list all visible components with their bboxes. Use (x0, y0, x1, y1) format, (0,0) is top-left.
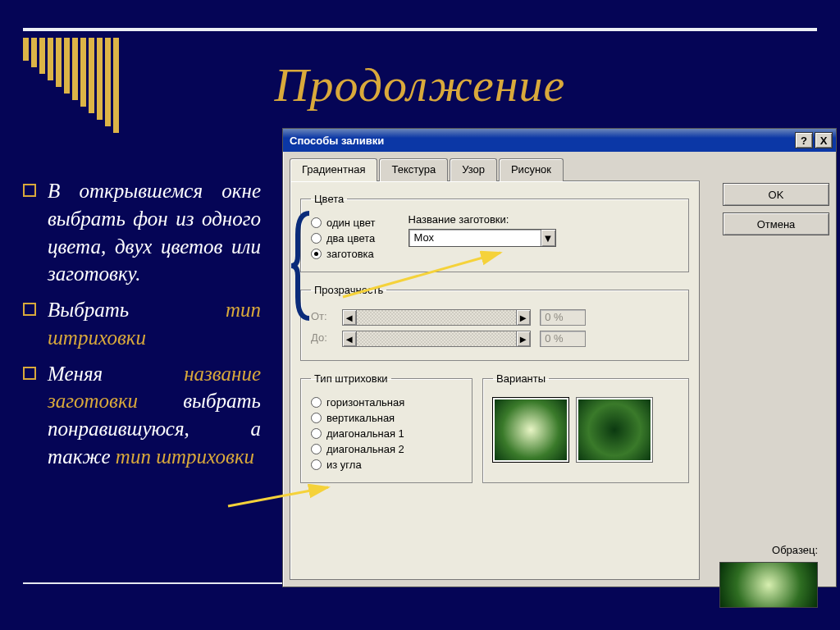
transparency-group: Прозрачность От: ◄ ► 0 % До: ◄ ► (300, 284, 689, 361)
list-item: В открывшемся окне выбрать фон из одного… (23, 177, 261, 288)
slide-title: Продолжение (0, 57, 840, 112)
bullet-text: В открывшемся окне выбрать фон из одного… (48, 180, 261, 285)
bullet-marker-icon (23, 184, 36, 197)
tab-page-gradient: Цвета один цвет два цвета заготовка Назв… (290, 180, 700, 580)
close-button[interactable]: X (815, 132, 833, 148)
help-icon: ? (801, 135, 807, 147)
from-slider[interactable]: ◄ ► (342, 309, 531, 326)
arrow-left-icon[interactable]: ◄ (342, 331, 357, 347)
arrow-left-icon[interactable]: ◄ (342, 309, 357, 326)
from-value[interactable]: 0 % (540, 309, 586, 326)
hatch-group: Тип штриховки горизонтальная вертикальна… (300, 372, 472, 483)
variant-swatch[interactable] (493, 398, 568, 462)
transparency-legend: Прозрачность (311, 284, 386, 296)
radio-label: горизонтальная (326, 396, 404, 409)
cancel-button[interactable]: Отмена (723, 212, 829, 235)
to-slider[interactable]: ◄ ► (342, 331, 531, 347)
preset-label: Название заготовки: (409, 213, 556, 226)
to-label: До: (311, 331, 339, 344)
radio-diagonal-1[interactable] (311, 428, 322, 439)
tab-gradient[interactable]: Градиентная (290, 158, 377, 181)
bullet-list: В открывшемся окне выбрать фон из одного… (23, 177, 261, 479)
bullet-text: Выбрать (48, 299, 226, 321)
tab-texture[interactable]: Текстура (379, 158, 448, 181)
slider-track[interactable] (357, 331, 516, 347)
preset-value: Мох (409, 230, 541, 246)
ok-button[interactable]: OK (723, 183, 829, 206)
arrow-right-icon[interactable]: ► (516, 331, 531, 347)
radio-label: диагональная 2 (326, 443, 404, 455)
variants-group: Варианты (482, 372, 689, 483)
dialog-titlebar[interactable]: Способы заливки ? X (283, 129, 836, 152)
radio-label: из угла (326, 459, 362, 471)
list-item: Выбрать тип штриховки (23, 296, 261, 352)
variants-legend: Варианты (493, 372, 549, 385)
sample-swatch (719, 562, 818, 608)
dialog-title: Способы заливки (290, 135, 384, 147)
hatch-legend: Тип штриховки (311, 372, 391, 385)
bullet-marker-icon (23, 303, 36, 316)
radio-one-color[interactable] (311, 217, 322, 228)
fill-effects-dialog: Способы заливки ? X Градиентная Текстура… (282, 128, 837, 587)
tab-row: Градиентная Текстура Узор Рисунок (290, 158, 829, 181)
radio-two-colors[interactable] (311, 233, 322, 244)
tab-pattern[interactable]: Узор (450, 158, 497, 181)
slide-top-rule (23, 28, 817, 31)
chevron-down-icon[interactable]: ▼ (541, 230, 555, 246)
to-value[interactable]: 0 % (540, 331, 586, 347)
sample-label: Образец: (772, 544, 818, 556)
radio-label: два цвета (326, 232, 375, 244)
help-button[interactable]: ? (795, 132, 813, 148)
colors-legend: Цвета (311, 193, 347, 205)
from-label: От: (311, 310, 339, 322)
radio-diagonal-2[interactable] (311, 444, 322, 454)
bullet-marker-icon (23, 367, 36, 380)
variant-swatch[interactable] (577, 398, 652, 462)
colors-group: Цвета один цвет два цвета заготовка Назв… (300, 193, 689, 272)
bullet-text: Меняя (48, 363, 184, 385)
radio-from-corner[interactable] (311, 459, 322, 470)
tab-picture[interactable]: Рисунок (499, 158, 564, 181)
radio-preset[interactable] (311, 249, 322, 259)
radio-label: диагональная 1 (326, 427, 404, 440)
bullet-highlight: тип штриховки (116, 445, 254, 468)
radio-label: один цвет (326, 217, 376, 229)
radio-label: заготовка (326, 248, 374, 260)
radio-horizontal[interactable] (311, 397, 322, 408)
radio-label: вертикальная (326, 412, 395, 424)
list-item: Меняя название заготовки выбрать понрави… (23, 360, 261, 471)
preset-combo[interactable]: Мох ▼ (409, 229, 556, 247)
slider-track[interactable] (357, 309, 516, 326)
arrow-right-icon[interactable]: ► (516, 309, 531, 326)
close-icon: X (820, 135, 828, 147)
radio-vertical[interactable] (311, 413, 322, 423)
